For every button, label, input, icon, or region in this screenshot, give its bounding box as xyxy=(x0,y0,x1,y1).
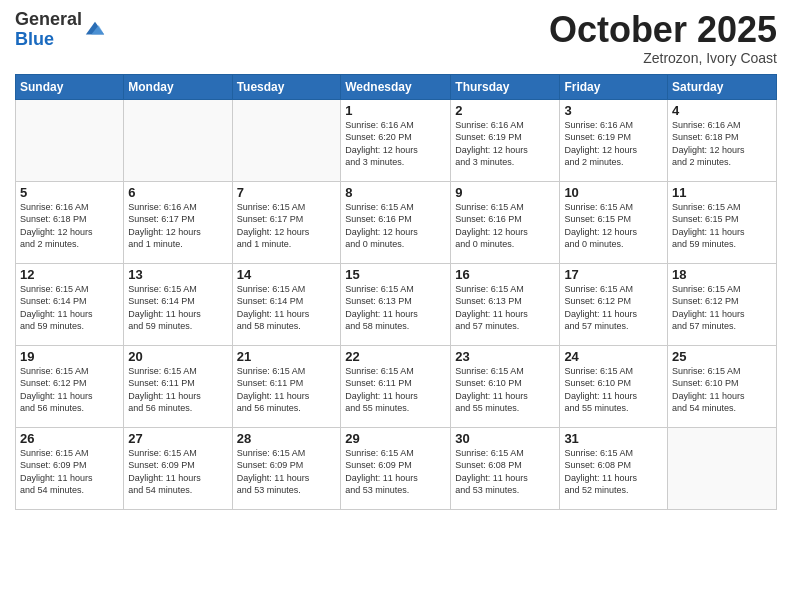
calendar-cell: 4Sunrise: 6:16 AM Sunset: 6:18 PM Daylig… xyxy=(668,99,777,181)
title-section: October 2025 Zetrozon, Ivory Coast xyxy=(549,10,777,66)
week-row-1: 1Sunrise: 6:16 AM Sunset: 6:20 PM Daylig… xyxy=(16,99,777,181)
day-number: 11 xyxy=(672,185,772,200)
day-number: 1 xyxy=(345,103,446,118)
calendar-cell: 28Sunrise: 6:15 AM Sunset: 6:09 PM Dayli… xyxy=(232,427,341,509)
day-info: Sunrise: 6:15 AM Sunset: 6:13 PM Dayligh… xyxy=(455,283,555,333)
weekday-header-friday: Friday xyxy=(560,74,668,99)
day-number: 26 xyxy=(20,431,119,446)
calendar-cell: 5Sunrise: 6:16 AM Sunset: 6:18 PM Daylig… xyxy=(16,181,124,263)
calendar-cell: 27Sunrise: 6:15 AM Sunset: 6:09 PM Dayli… xyxy=(124,427,232,509)
calendar-cell: 13Sunrise: 6:15 AM Sunset: 6:14 PM Dayli… xyxy=(124,263,232,345)
day-number: 19 xyxy=(20,349,119,364)
day-number: 13 xyxy=(128,267,227,282)
calendar-cell: 2Sunrise: 6:16 AM Sunset: 6:19 PM Daylig… xyxy=(451,99,560,181)
day-number: 16 xyxy=(455,267,555,282)
day-number: 4 xyxy=(672,103,772,118)
calendar-cell: 24Sunrise: 6:15 AM Sunset: 6:10 PM Dayli… xyxy=(560,345,668,427)
day-info: Sunrise: 6:15 AM Sunset: 6:10 PM Dayligh… xyxy=(564,365,663,415)
calendar-cell: 12Sunrise: 6:15 AM Sunset: 6:14 PM Dayli… xyxy=(16,263,124,345)
calendar-cell: 20Sunrise: 6:15 AM Sunset: 6:11 PM Dayli… xyxy=(124,345,232,427)
day-info: Sunrise: 6:15 AM Sunset: 6:11 PM Dayligh… xyxy=(345,365,446,415)
weekday-header-tuesday: Tuesday xyxy=(232,74,341,99)
day-number: 27 xyxy=(128,431,227,446)
day-info: Sunrise: 6:15 AM Sunset: 6:08 PM Dayligh… xyxy=(455,447,555,497)
day-info: Sunrise: 6:15 AM Sunset: 6:16 PM Dayligh… xyxy=(345,201,446,251)
day-info: Sunrise: 6:15 AM Sunset: 6:10 PM Dayligh… xyxy=(672,365,772,415)
day-number: 6 xyxy=(128,185,227,200)
calendar-cell: 26Sunrise: 6:15 AM Sunset: 6:09 PM Dayli… xyxy=(16,427,124,509)
calendar-cell: 14Sunrise: 6:15 AM Sunset: 6:14 PM Dayli… xyxy=(232,263,341,345)
calendar-cell: 22Sunrise: 6:15 AM Sunset: 6:11 PM Dayli… xyxy=(341,345,451,427)
calendar-cell: 30Sunrise: 6:15 AM Sunset: 6:08 PM Dayli… xyxy=(451,427,560,509)
weekday-header-sunday: Sunday xyxy=(16,74,124,99)
calendar-cell: 21Sunrise: 6:15 AM Sunset: 6:11 PM Dayli… xyxy=(232,345,341,427)
day-info: Sunrise: 6:16 AM Sunset: 6:18 PM Dayligh… xyxy=(672,119,772,169)
calendar-cell: 10Sunrise: 6:15 AM Sunset: 6:15 PM Dayli… xyxy=(560,181,668,263)
logo: General Blue xyxy=(15,10,106,50)
day-number: 5 xyxy=(20,185,119,200)
day-number: 15 xyxy=(345,267,446,282)
weekday-header-saturday: Saturday xyxy=(668,74,777,99)
day-number: 21 xyxy=(237,349,337,364)
day-number: 10 xyxy=(564,185,663,200)
day-number: 18 xyxy=(672,267,772,282)
calendar-cell: 19Sunrise: 6:15 AM Sunset: 6:12 PM Dayli… xyxy=(16,345,124,427)
day-info: Sunrise: 6:16 AM Sunset: 6:19 PM Dayligh… xyxy=(455,119,555,169)
calendar-cell: 3Sunrise: 6:16 AM Sunset: 6:19 PM Daylig… xyxy=(560,99,668,181)
weekday-header-wednesday: Wednesday xyxy=(341,74,451,99)
day-info: Sunrise: 6:16 AM Sunset: 6:17 PM Dayligh… xyxy=(128,201,227,251)
day-info: Sunrise: 6:15 AM Sunset: 6:09 PM Dayligh… xyxy=(237,447,337,497)
day-number: 12 xyxy=(20,267,119,282)
day-info: Sunrise: 6:15 AM Sunset: 6:15 PM Dayligh… xyxy=(672,201,772,251)
day-info: Sunrise: 6:15 AM Sunset: 6:12 PM Dayligh… xyxy=(672,283,772,333)
day-number: 30 xyxy=(455,431,555,446)
calendar-cell: 7Sunrise: 6:15 AM Sunset: 6:17 PM Daylig… xyxy=(232,181,341,263)
calendar-cell: 25Sunrise: 6:15 AM Sunset: 6:10 PM Dayli… xyxy=(668,345,777,427)
calendar-cell: 16Sunrise: 6:15 AM Sunset: 6:13 PM Dayli… xyxy=(451,263,560,345)
day-info: Sunrise: 6:16 AM Sunset: 6:18 PM Dayligh… xyxy=(20,201,119,251)
day-info: Sunrise: 6:15 AM Sunset: 6:09 PM Dayligh… xyxy=(128,447,227,497)
day-number: 24 xyxy=(564,349,663,364)
week-row-4: 19Sunrise: 6:15 AM Sunset: 6:12 PM Dayli… xyxy=(16,345,777,427)
day-number: 8 xyxy=(345,185,446,200)
calendar-cell: 29Sunrise: 6:15 AM Sunset: 6:09 PM Dayli… xyxy=(341,427,451,509)
day-number: 25 xyxy=(672,349,772,364)
day-number: 20 xyxy=(128,349,227,364)
day-number: 22 xyxy=(345,349,446,364)
day-number: 17 xyxy=(564,267,663,282)
calendar-cell xyxy=(668,427,777,509)
calendar-cell: 15Sunrise: 6:15 AM Sunset: 6:13 PM Dayli… xyxy=(341,263,451,345)
header: General Blue October 2025 Zetrozon, Ivor… xyxy=(15,10,777,66)
logo-icon xyxy=(84,18,106,40)
day-info: Sunrise: 6:16 AM Sunset: 6:20 PM Dayligh… xyxy=(345,119,446,169)
day-number: 2 xyxy=(455,103,555,118)
day-info: Sunrise: 6:16 AM Sunset: 6:19 PM Dayligh… xyxy=(564,119,663,169)
weekday-header-thursday: Thursday xyxy=(451,74,560,99)
calendar-cell xyxy=(232,99,341,181)
day-info: Sunrise: 6:15 AM Sunset: 6:15 PM Dayligh… xyxy=(564,201,663,251)
calendar-cell: 8Sunrise: 6:15 AM Sunset: 6:16 PM Daylig… xyxy=(341,181,451,263)
week-row-3: 12Sunrise: 6:15 AM Sunset: 6:14 PM Dayli… xyxy=(16,263,777,345)
day-info: Sunrise: 6:15 AM Sunset: 6:08 PM Dayligh… xyxy=(564,447,663,497)
day-info: Sunrise: 6:15 AM Sunset: 6:09 PM Dayligh… xyxy=(20,447,119,497)
week-row-2: 5Sunrise: 6:16 AM Sunset: 6:18 PM Daylig… xyxy=(16,181,777,263)
day-info: Sunrise: 6:15 AM Sunset: 6:11 PM Dayligh… xyxy=(237,365,337,415)
calendar-cell: 1Sunrise: 6:16 AM Sunset: 6:20 PM Daylig… xyxy=(341,99,451,181)
calendar-cell: 9Sunrise: 6:15 AM Sunset: 6:16 PM Daylig… xyxy=(451,181,560,263)
calendar-table: SundayMondayTuesdayWednesdayThursdayFrid… xyxy=(15,74,777,510)
day-number: 28 xyxy=(237,431,337,446)
day-number: 14 xyxy=(237,267,337,282)
day-info: Sunrise: 6:15 AM Sunset: 6:14 PM Dayligh… xyxy=(237,283,337,333)
week-row-5: 26Sunrise: 6:15 AM Sunset: 6:09 PM Dayli… xyxy=(16,427,777,509)
calendar-cell: 17Sunrise: 6:15 AM Sunset: 6:12 PM Dayli… xyxy=(560,263,668,345)
day-info: Sunrise: 6:15 AM Sunset: 6:14 PM Dayligh… xyxy=(20,283,119,333)
logo-blue: Blue xyxy=(15,30,82,50)
day-info: Sunrise: 6:15 AM Sunset: 6:09 PM Dayligh… xyxy=(345,447,446,497)
calendar-cell: 31Sunrise: 6:15 AM Sunset: 6:08 PM Dayli… xyxy=(560,427,668,509)
day-number: 9 xyxy=(455,185,555,200)
day-info: Sunrise: 6:15 AM Sunset: 6:12 PM Dayligh… xyxy=(564,283,663,333)
logo-general: General xyxy=(15,10,82,30)
day-info: Sunrise: 6:15 AM Sunset: 6:10 PM Dayligh… xyxy=(455,365,555,415)
calendar-cell: 6Sunrise: 6:16 AM Sunset: 6:17 PM Daylig… xyxy=(124,181,232,263)
day-info: Sunrise: 6:15 AM Sunset: 6:11 PM Dayligh… xyxy=(128,365,227,415)
